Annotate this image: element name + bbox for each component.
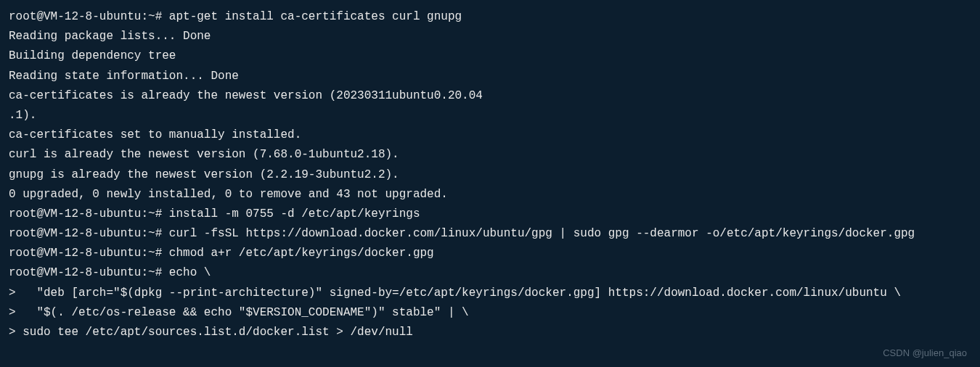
- terminal-line: Reading package lists... Done: [9, 27, 971, 46]
- terminal-line: .1).: [9, 106, 971, 125]
- terminal-line: 0 upgraded, 0 newly installed, 0 to remo…: [9, 185, 971, 205]
- terminal-line: root@VM-12-8-ubuntu:~# apt-get install c…: [9, 7, 971, 27]
- terminal-line: > "$(. /etc/os-release && echo "$VERSION…: [9, 303, 971, 323]
- terminal-line: root@VM-12-8-ubuntu:~# install -m 0755 -…: [9, 205, 971, 224]
- watermark-text: CSDN @julien_qiao: [883, 345, 967, 361]
- terminal-output[interactable]: root@VM-12-8-ubuntu:~# apt-get install c…: [9, 7, 971, 342]
- terminal-line: ca-certificates set to manually installe…: [9, 125, 971, 145]
- terminal-line: > "deb [arch="$(dpkg --print-architectur…: [9, 284, 971, 303]
- terminal-line: root@VM-12-8-ubuntu:~# curl -fsSL https:…: [9, 224, 971, 244]
- terminal-line: gnupg is already the newest version (2.2…: [9, 165, 971, 185]
- terminal-line: root@VM-12-8-ubuntu:~# echo \: [9, 263, 971, 283]
- terminal-line: root@VM-12-8-ubuntu:~# chmod a+r /etc/ap…: [9, 244, 971, 263]
- terminal-line: Reading state information... Done: [9, 67, 971, 86]
- terminal-line: Building dependency tree: [9, 46, 971, 66]
- terminal-line: ca-certificates is already the newest ve…: [9, 86, 971, 106]
- terminal-line: curl is already the newest version (7.68…: [9, 145, 971, 165]
- terminal-line: > sudo tee /etc/apt/sources.list.d/docke…: [9, 323, 971, 342]
